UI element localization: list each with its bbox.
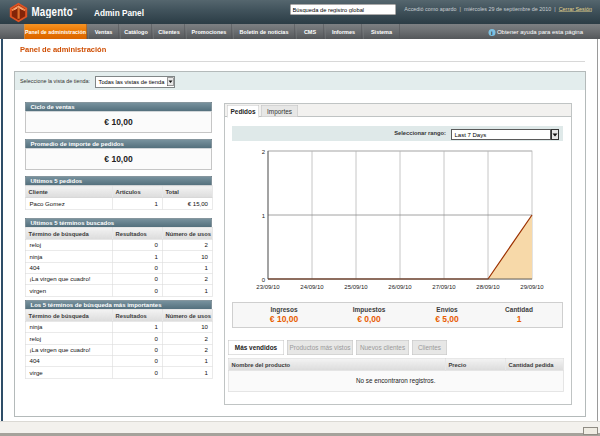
svg-text:26/09/10: 26/09/10 — [388, 284, 412, 290]
svg-text:24/09/10: 24/09/10 — [300, 284, 324, 290]
svg-text:25/09/10: 25/09/10 — [344, 284, 368, 290]
svg-text:2: 2 — [262, 149, 266, 155]
svg-text:27/09/10: 27/09/10 — [432, 284, 456, 290]
svg-text:1: 1 — [262, 213, 266, 219]
svg-text:0: 0 — [262, 277, 266, 283]
svg-text:23/09/10: 23/09/10 — [256, 284, 280, 290]
svg-text:29/09/10: 29/09/10 — [520, 284, 544, 290]
svg-text:28/09/10: 28/09/10 — [476, 284, 500, 290]
